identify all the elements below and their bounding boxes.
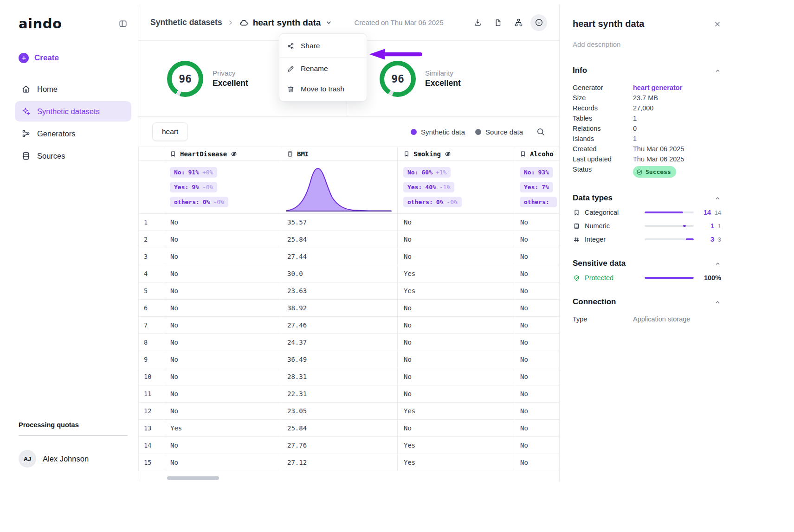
table-row: 4 No 30.0 Yes No	[139, 265, 560, 282]
main-content: Synthetic datasets heart synth data Crea…	[138, 5, 560, 481]
plus-icon	[19, 53, 29, 63]
cell-smoking: No	[398, 334, 514, 351]
chevron-up-icon[interactable]	[714, 67, 721, 74]
info-section-title: Info	[573, 66, 587, 75]
chevron-up-icon[interactable]	[714, 299, 721, 306]
column-header-alcohol[interactable]: Alcohol	[514, 147, 560, 161]
column-name: Alcohol	[530, 150, 554, 158]
document-button[interactable]	[490, 14, 506, 31]
row-index: 13	[139, 420, 164, 437]
cell-alcohol: No	[514, 214, 560, 231]
menu-item-rename[interactable]: Rename	[279, 58, 367, 79]
data-type-label: Numeric	[585, 222, 645, 230]
data-type-label: Integer	[585, 236, 645, 243]
column-stats-row: No:91%+0% Yes:9%-0% others:0%-0%	[139, 161, 560, 214]
trash-icon	[287, 85, 295, 93]
sensitive-data-section-title: Sensitive data	[573, 259, 626, 268]
user-account-row[interactable]: AJ Alex Johnson	[19, 450, 128, 468]
close-panel-button[interactable]	[714, 20, 721, 28]
protected-label: Protected	[585, 274, 645, 282]
panel-title: heart synth data	[573, 19, 644, 29]
data-type-total: 14	[715, 210, 721, 216]
cell-smoking: No	[398, 214, 514, 231]
cell-smoking: No	[398, 351, 514, 368]
create-button[interactable]: Create	[19, 53, 128, 63]
bookmark-icon	[520, 151, 526, 157]
stats-index-cell	[139, 161, 164, 214]
table-row: 6 No 38.92 No No	[139, 300, 560, 317]
menu-divider	[279, 57, 367, 58]
row-index: 10	[139, 368, 164, 385]
menu-item-label: Rename	[301, 64, 328, 73]
cell-heartdisease: No	[164, 403, 281, 420]
pencil-icon	[287, 65, 295, 73]
data-type-bar	[645, 225, 694, 227]
similarity-score-value: 96	[384, 65, 411, 92]
flow-button[interactable]	[510, 14, 527, 31]
hash-icon	[573, 236, 580, 243]
row-index: 8	[139, 334, 164, 351]
sidebar-item-home[interactable]: Home	[15, 79, 131, 99]
details-panel: heart synth data Add description Info Ge…	[560, 5, 787, 481]
data-type-row-integer: Integer 33	[573, 236, 721, 243]
connection-fields: Type Application storage	[573, 315, 721, 324]
cell-smoking: Yes	[398, 403, 514, 420]
field-value: 1	[633, 114, 721, 123]
created-date-text: Created on Thu Mar 06 2025	[354, 19, 443, 26]
cell-alcohol: No	[514, 265, 560, 282]
row-index: 15	[139, 454, 164, 471]
table-tab-heart[interactable]: heart	[152, 122, 188, 141]
menu-item-share[interactable]: Share	[279, 36, 367, 56]
search-icon[interactable]	[536, 127, 545, 136]
generator-icon	[21, 129, 31, 138]
similarity-gauge: 96	[380, 61, 416, 97]
breadcrumb-root[interactable]: Synthetic datasets	[150, 18, 222, 27]
status-value: Success	[646, 167, 671, 176]
user-name: Alex Johnson	[43, 455, 89, 463]
field-label: Type	[573, 315, 633, 324]
annotation-arrow	[369, 48, 424, 60]
menu-item-move-to-trash[interactable]: Move to trash	[279, 79, 367, 99]
bookmark-icon	[573, 209, 580, 216]
cell-bmi: 25.84	[281, 420, 398, 437]
legend-synthetic-data[interactable]: Synthetic data	[411, 128, 465, 136]
privacy-label: Privacy	[213, 69, 248, 77]
data-type-bar	[645, 212, 694, 213]
table-row: 14 No 27.76 Yes No	[139, 437, 560, 454]
column-name: Smoking	[413, 150, 441, 158]
sidebar-item-generators[interactable]: Generators	[15, 123, 131, 144]
table-row: 5 No 23.63 Yes No	[139, 282, 560, 300]
table-row: 7 No 27.46 No No	[139, 317, 560, 334]
stat-chip: Yes:9%-0%	[170, 182, 217, 192]
chevron-down-icon	[325, 19, 333, 26]
sidebar-item-sources[interactable]: Sources	[15, 146, 131, 166]
check-circle-icon	[636, 169, 643, 175]
sidebar-item-synthetic-datasets[interactable]: Synthetic datasets	[15, 101, 131, 122]
chevron-up-icon[interactable]	[714, 260, 721, 267]
download-button[interactable]	[469, 14, 486, 31]
cell-heartdisease: No	[164, 214, 281, 231]
chevron-up-icon[interactable]	[714, 195, 721, 202]
horizontal-scrollbar-thumb[interactable]	[167, 476, 219, 480]
eye-off-icon	[445, 151, 451, 157]
privacy-rating: Excellent	[213, 78, 248, 88]
legend-source-data[interactable]: Source data	[475, 128, 523, 136]
column-header-bmi[interactable]: BMI	[281, 147, 398, 161]
field-label: Tables	[573, 114, 633, 123]
field-label: Status	[573, 165, 633, 178]
cell-alcohol: No	[514, 420, 560, 437]
panel-collapse-icon[interactable]	[118, 19, 128, 28]
add-description-button[interactable]: Add description	[573, 40, 721, 48]
info-button[interactable]	[530, 14, 547, 31]
cell-alcohol: No	[514, 248, 560, 265]
column-header-heartdisease[interactable]: HeartDisease	[164, 147, 281, 161]
row-index: 4	[139, 265, 164, 282]
generator-link[interactable]: heart generator	[633, 83, 721, 92]
table-row: 8 No 24.37 No No	[139, 334, 560, 351]
cell-bmi: 38.92	[281, 300, 398, 317]
legend-synthetic-label: Synthetic data	[421, 128, 465, 136]
column-header-smoking[interactable]: Smoking	[398, 147, 514, 161]
stats-heartdisease: No:91%+0% Yes:9%-0% others:0%-0%	[164, 161, 281, 214]
dataset-title-dropdown[interactable]: heart synth data	[239, 18, 333, 28]
index-column-header	[139, 147, 164, 161]
